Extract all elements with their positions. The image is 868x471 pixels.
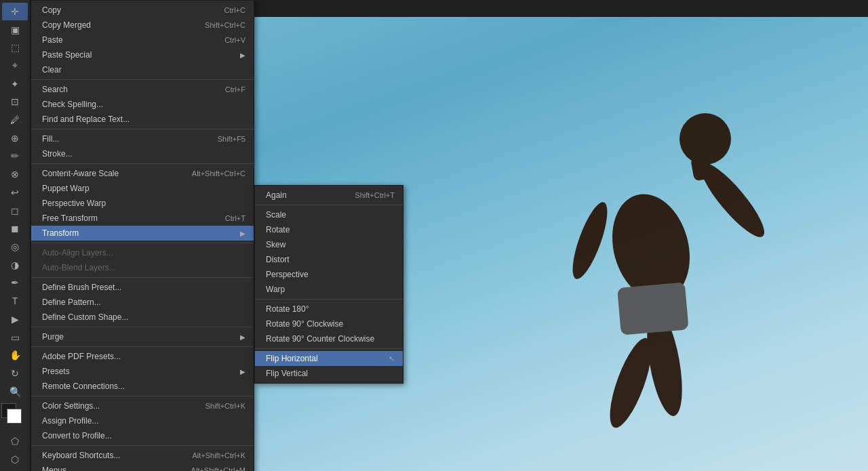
transform-item[interactable]: Transform ▶ bbox=[31, 226, 254, 241]
rotate-view-tool[interactable]: ↻ bbox=[2, 365, 28, 382]
paste-item[interactable]: Paste Ctrl+V bbox=[31, 33, 254, 47]
path-select-tool[interactable]: ▶ bbox=[2, 310, 28, 328]
sub-separator-3 bbox=[255, 348, 403, 349]
assign-profile-item[interactable]: Assign Profile... bbox=[31, 413, 254, 428]
lasso-tool[interactable]: ⌖ bbox=[2, 57, 28, 75]
clone-tool[interactable]: ⊗ bbox=[2, 165, 28, 183]
dodge-tool[interactable]: ◑ bbox=[2, 256, 28, 274]
convert-to-profile-item[interactable]: Convert to Profile... bbox=[31, 428, 254, 443]
define-brush-preset-item[interactable]: Define Brush Preset... bbox=[31, 280, 254, 295]
puppet-warp-item[interactable]: Puppet Warp bbox=[31, 181, 254, 196]
zoom-tool[interactable]: 🔍 bbox=[2, 383, 28, 401]
define-pattern-item[interactable]: Define Pattern... bbox=[31, 295, 254, 310]
edit-context-menu: Copy Ctrl+C Copy Merged Shift+Ctrl+C Pas… bbox=[31, 0, 254, 471]
define-custom-shape-item[interactable]: Define Custom Shape... bbox=[31, 310, 254, 325]
hand-tool[interactable]: ✋ bbox=[2, 346, 28, 364]
quick-mask-icon[interactable]: ⬠ bbox=[2, 432, 28, 450]
sub-separator-2 bbox=[255, 299, 403, 300]
transform-submenu: Again Shift+Ctrl+T Scale Rotate Skew Dis… bbox=[254, 185, 403, 384]
sub-separator-1 bbox=[255, 205, 403, 205]
menus-item[interactable]: Menus... Alt+Shift+Ctrl+M bbox=[31, 463, 254, 471]
separator-3 bbox=[31, 163, 254, 164]
transform-warp-item[interactable]: Warp bbox=[255, 282, 403, 297]
adobe-pdf-presets-item[interactable]: Adobe PDF Presets... bbox=[31, 349, 254, 364]
cursor-indicator: ↖ bbox=[389, 354, 395, 363]
auto-blend-layers-item[interactable]: Auto-Blend Layers... bbox=[31, 260, 254, 275]
transform-rotate90ccw-item[interactable]: Rotate 90° Counter Clockwise bbox=[255, 331, 403, 346]
color-settings-item[interactable]: Color Settings... Shift+Ctrl+K bbox=[31, 398, 254, 413]
transform-flip-vertical-item[interactable]: Flip Vertical bbox=[255, 366, 403, 381]
marquee-tool[interactable]: ⬚ bbox=[2, 39, 28, 56]
transform-distort-item[interactable]: Distort bbox=[255, 252, 403, 267]
paste-special-item[interactable]: Paste Special ▶ bbox=[31, 47, 254, 62]
keyboard-shortcuts-item[interactable]: Keyboard Shortcuts... Alt+Shift+Ctrl+K bbox=[31, 448, 254, 463]
search-item[interactable]: Search Ctrl+F bbox=[31, 82, 254, 97]
perspective-warp-item[interactable]: Perspective Warp bbox=[31, 196, 254, 211]
healing-tool[interactable]: ⊕ bbox=[2, 129, 28, 147]
artboard-tool[interactable]: ▣ bbox=[2, 21, 28, 39]
eyedropper-tool[interactable]: 🖉 bbox=[2, 111, 28, 129]
transform-rotate-item[interactable]: Rotate bbox=[255, 222, 403, 237]
crop-tool[interactable]: ⊡ bbox=[2, 94, 28, 111]
transform-scale-item[interactable]: Scale bbox=[255, 207, 403, 222]
type-tool[interactable]: T bbox=[2, 292, 28, 310]
copy-merged-item[interactable]: Copy Merged Shift+Ctrl+C bbox=[31, 18, 254, 33]
separator-4 bbox=[31, 243, 254, 243]
transform-flip-horizontal-item[interactable]: Flip Horizontal ↖ bbox=[255, 351, 403, 366]
stroke-item[interactable]: Stroke... bbox=[31, 146, 254, 161]
fill-item[interactable]: Fill... Shift+F5 bbox=[31, 131, 254, 146]
transform-rotate90cw-item[interactable]: Rotate 90° Clockwise bbox=[255, 316, 403, 331]
auto-align-layers-item[interactable]: Auto-Align Layers... bbox=[31, 245, 254, 260]
brush-tool[interactable]: ✏ bbox=[2, 148, 28, 165]
content-aware-scale-item[interactable]: Content-Aware Scale Alt+Shift+Ctrl+C bbox=[31, 166, 254, 181]
svg-rect-7 bbox=[617, 282, 689, 335]
transform-perspective-item[interactable]: Perspective bbox=[255, 267, 403, 282]
clear-item[interactable]: Clear bbox=[31, 62, 254, 77]
history-brush-tool[interactable]: ↩ bbox=[2, 184, 28, 201]
separator-1 bbox=[31, 79, 254, 80]
eraser-tool[interactable]: ◻ bbox=[2, 202, 28, 220]
svg-point-6 bbox=[601, 333, 659, 432]
separator-6 bbox=[31, 327, 254, 327]
svg-point-3 bbox=[692, 156, 772, 244]
remote-connections-item[interactable]: Remote Connections... bbox=[31, 379, 254, 394]
check-spelling-item[interactable]: Check Spelling... bbox=[31, 97, 254, 112]
left-toolbar: ✛ ▣ ⬚ ⌖ ✦ ⊡ 🖉 ⊕ ✏ ⊗ ↩ ◻ ◼ ◎ ◑ ✒ T ▶ ▭ ✋ … bbox=[0, 0, 31, 471]
separator-9 bbox=[31, 445, 254, 446]
free-transform-item[interactable]: Free Transform Ctrl+T bbox=[31, 211, 254, 226]
transform-skew-item[interactable]: Skew bbox=[255, 237, 403, 252]
copy-item[interactable]: Copy Ctrl+C bbox=[31, 3, 254, 18]
move-tool[interactable]: ✛ bbox=[2, 3, 28, 20]
purge-item[interactable]: Purge ▶ bbox=[31, 329, 254, 344]
presets-item[interactable]: Presets ▶ bbox=[31, 364, 254, 379]
find-replace-item[interactable]: Find and Replace Text... bbox=[31, 112, 254, 127]
quick-select-tool[interactable]: ✦ bbox=[2, 75, 28, 93]
shape-tool[interactable]: ▭ bbox=[2, 329, 28, 346]
separator-7 bbox=[31, 346, 254, 347]
transform-rotate180-item[interactable]: Rotate 180° bbox=[255, 302, 403, 316]
separator-2 bbox=[31, 129, 254, 129]
transform-again-item[interactable]: Again Shift+Ctrl+T bbox=[255, 188, 403, 203]
blur-tool[interactable]: ◎ bbox=[2, 238, 28, 255]
screen-mode-icon[interactable]: ⬡ bbox=[2, 451, 28, 468]
separator-8 bbox=[31, 396, 254, 396]
svg-point-1 bbox=[679, 113, 731, 165]
pen-tool[interactable]: ✒ bbox=[2, 274, 28, 292]
svg-point-4 bbox=[566, 199, 614, 283]
gradient-tool[interactable]: ◼ bbox=[2, 220, 28, 237]
separator-5 bbox=[31, 277, 254, 278]
